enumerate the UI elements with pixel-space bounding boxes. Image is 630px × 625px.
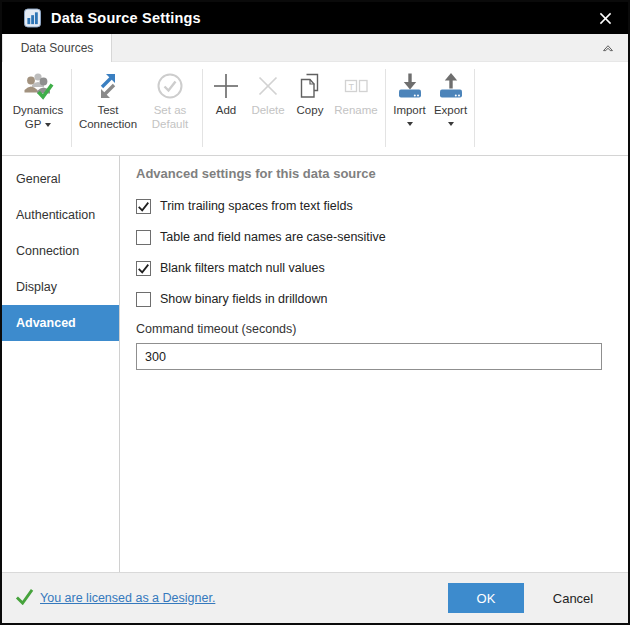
checkbox-label: Table and field names are case-sensitive [160, 230, 386, 244]
checkbox-case-sensitive[interactable]: Table and field names are case-sensitive [136, 229, 602, 245]
dropdown-caret-icon [45, 123, 51, 127]
checkbox-label: Blank filters match null values [160, 261, 325, 275]
export-dropdown-button[interactable]: Export [430, 62, 471, 155]
ribbon-tab-bar: Data Sources [2, 34, 628, 62]
ribbon-group-datasource: Dynamics GP [8, 62, 68, 155]
ribbon-separator [385, 69, 386, 147]
ok-button[interactable]: OK [448, 583, 524, 613]
green-check-icon [15, 588, 34, 609]
ribbon-group-transfer: Import Export [389, 62, 471, 155]
people-check-icon [22, 69, 54, 103]
titlebar: Data Source Settings [2, 2, 628, 34]
collapse-ribbon-icon[interactable] [600, 34, 616, 61]
checkbox-label: Trim trailing spaces from text fields [160, 199, 353, 213]
dialog-footer: You are licensed as a Designer. OK Cance… [2, 572, 628, 623]
data-source-settings-dialog: Data Source Settings Data Sources [0, 0, 630, 625]
copy-label: Copy [297, 103, 324, 117]
sidebar-item-connection[interactable]: Connection [2, 233, 119, 269]
checkbox-icon [136, 261, 151, 276]
sidebar-item-advanced[interactable]: Advanced [2, 305, 119, 341]
checkbox-show-binary-fields[interactable]: Show binary fields in drilldown [136, 291, 602, 307]
section-heading: Advanced settings for this data source [136, 166, 602, 181]
dialog-body: General Authentication Connection Displa… [2, 156, 628, 572]
close-icon[interactable] [594, 7, 616, 29]
svg-text:T: T [349, 82, 355, 92]
set-as-default-label-line2: Default [152, 117, 188, 131]
command-timeout-input[interactable] [136, 343, 602, 370]
add-button[interactable]: Add [206, 62, 246, 155]
app-logo-icon [24, 8, 41, 28]
import-icon [395, 69, 425, 103]
set-as-default-label-line1: Set as [154, 103, 187, 117]
rename-icon: T [341, 69, 371, 103]
checkbox-icon [136, 199, 151, 214]
export-icon [436, 69, 466, 103]
window-title: Data Source Settings [51, 10, 201, 26]
license-link[interactable]: You are licensed as a Designer. [40, 591, 215, 605]
copy-pages-icon [295, 69, 325, 103]
settings-nav-sidebar: General Authentication Connection Displa… [2, 156, 120, 572]
ribbon-toolbar: Dynamics GP Test Connection [2, 62, 628, 156]
sidebar-item-authentication[interactable]: Authentication [2, 197, 119, 233]
delete-label: Delete [251, 103, 284, 117]
checkbox-blank-filters-null[interactable]: Blank filters match null values [136, 260, 602, 276]
copy-button[interactable]: Copy [290, 62, 330, 155]
add-label: Add [216, 103, 236, 117]
ribbon-separator [202, 69, 203, 147]
test-connection-button[interactable]: Test Connection [75, 62, 141, 155]
license-status: You are licensed as a Designer. [15, 588, 215, 609]
checkbox-trim-trailing-spaces[interactable]: Trim trailing spaces from text fields [136, 198, 602, 214]
checkbox-icon [136, 230, 151, 245]
test-connection-label-line1: Test [97, 103, 118, 117]
cancel-button[interactable]: Cancel [538, 583, 608, 613]
ribbon-separator [71, 69, 72, 147]
dropdown-caret-icon [448, 122, 454, 126]
plus-icon [211, 69, 241, 103]
checkbox-icon [136, 292, 151, 307]
rename-label: Rename [334, 103, 377, 117]
ribbon-group-edit: Add Delete [206, 62, 382, 155]
import-dropdown-button[interactable]: Import [389, 62, 430, 155]
ribbon-separator [474, 69, 475, 147]
dynamics-gp-dropdown-button[interactable]: Dynamics GP [8, 62, 68, 155]
advanced-settings-panel: Advanced settings for this data source T… [120, 156, 628, 572]
test-connection-icon [93, 69, 123, 103]
dropdown-caret-icon [407, 122, 413, 126]
default-check-circle-icon [155, 69, 185, 103]
dynamics-gp-label-line1: Dynamics [13, 103, 63, 117]
rename-button: T Rename [330, 62, 382, 155]
sidebar-item-general[interactable]: General [2, 161, 119, 197]
delete-button: Delete [246, 62, 290, 155]
export-label: Export [434, 103, 467, 117]
ribbon-group-connection: Test Connection Set as Default [75, 62, 199, 155]
checkbox-label: Show binary fields in drilldown [160, 292, 327, 306]
tab-data-sources[interactable]: Data Sources [2, 34, 112, 62]
sidebar-item-display[interactable]: Display [2, 269, 119, 305]
x-delete-icon [253, 69, 283, 103]
test-connection-label-line2: Connection [79, 117, 137, 131]
dynamics-gp-label-line2: GP [25, 117, 52, 131]
import-label: Import [393, 103, 426, 117]
command-timeout-label: Command timeout (seconds) [136, 322, 602, 336]
set-as-default-button: Set as Default [141, 62, 199, 155]
